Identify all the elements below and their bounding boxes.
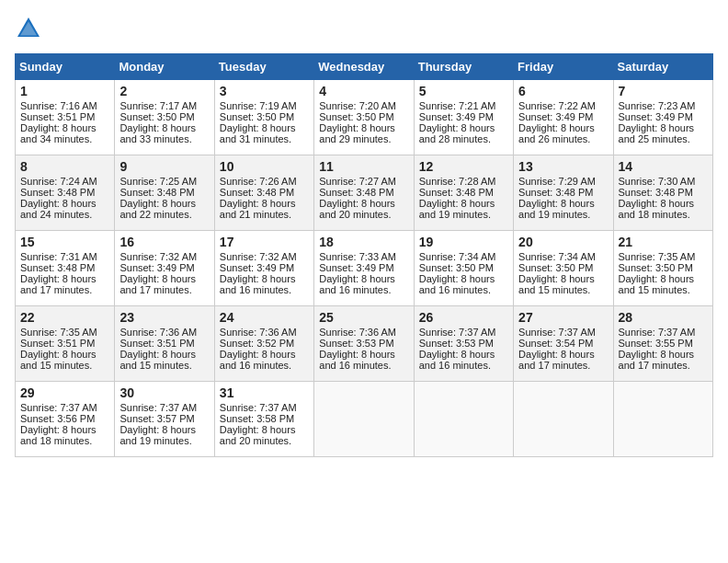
- calendar-cell: 5Sunrise: 7:21 AMSunset: 3:49 PMDaylight…: [414, 80, 513, 155]
- sunrise-text: Sunrise: 7:26 AM: [220, 176, 297, 187]
- calendar-cell: [314, 382, 414, 457]
- day-number: 22: [20, 310, 109, 325]
- sunrise-text: Sunrise: 7:20 AM: [319, 100, 396, 111]
- sunset-text: Sunset: 3:48 PM: [20, 187, 95, 198]
- sunset-text: Sunset: 3:48 PM: [319, 187, 393, 198]
- sunrise-text: Sunrise: 7:21 AM: [419, 100, 496, 111]
- daylight-text: Daylight: 8 hours and 16 minutes.: [220, 349, 296, 371]
- daylight-text: Daylight: 8 hours and 15 minutes.: [619, 273, 695, 295]
- sunrise-text: Sunrise: 7:37 AM: [419, 327, 496, 338]
- daylight-text: Daylight: 8 hours and 20 minutes.: [319, 198, 395, 220]
- daylight-text: Daylight: 8 hours and 16 minutes.: [319, 273, 395, 295]
- day-number: 2: [119, 84, 209, 98]
- day-number: 3: [220, 84, 309, 98]
- day-number: 18: [319, 235, 408, 249]
- calendar-week-row: 8Sunrise: 7:24 AMSunset: 3:48 PMDaylight…: [16, 155, 713, 231]
- sunrise-text: Sunrise: 7:32 AM: [220, 251, 297, 262]
- day-number: 11: [319, 159, 408, 174]
- calendar-cell: 9Sunrise: 7:25 AMSunset: 3:48 PMDaylight…: [115, 155, 214, 231]
- calendar-cell: 12Sunrise: 7:28 AMSunset: 3:48 PMDayligh…: [414, 155, 513, 231]
- sunset-text: Sunset: 3:54 PM: [518, 338, 593, 349]
- calendar-cell: 20Sunrise: 7:34 AMSunset: 3:50 PMDayligh…: [514, 231, 613, 306]
- calendar-cell: 29Sunrise: 7:37 AMSunset: 3:56 PMDayligh…: [16, 382, 115, 457]
- calendar-cell: 25Sunrise: 7:36 AMSunset: 3:53 PMDayligh…: [314, 306, 414, 382]
- calendar-cell: 27Sunrise: 7:37 AMSunset: 3:54 PMDayligh…: [514, 306, 613, 382]
- sunset-text: Sunset: 3:48 PM: [619, 187, 693, 198]
- daylight-text: Daylight: 8 hours and 33 minutes.: [119, 122, 196, 144]
- calendar-cell: 2Sunrise: 7:17 AMSunset: 3:50 PMDaylight…: [115, 80, 214, 155]
- day-number: 16: [119, 235, 209, 249]
- sunrise-text: Sunrise: 7:32 AM: [119, 251, 197, 262]
- sunset-text: Sunset: 3:51 PM: [119, 338, 194, 349]
- calendar-cell: 28Sunrise: 7:37 AMSunset: 3:55 PMDayligh…: [613, 306, 712, 382]
- calendar-cell: 15Sunrise: 7:31 AMSunset: 3:48 PMDayligh…: [16, 231, 115, 306]
- sunrise-text: Sunrise: 7:31 AM: [20, 251, 97, 262]
- day-number: 28: [619, 310, 708, 325]
- sunrise-text: Sunrise: 7:24 AM: [20, 176, 97, 187]
- sunrise-text: Sunrise: 7:35 AM: [20, 327, 97, 338]
- daylight-text: Daylight: 8 hours and 16 minutes.: [419, 349, 495, 371]
- daylight-text: Daylight: 8 hours and 25 minutes.: [619, 122, 695, 144]
- day-number: 7: [619, 84, 708, 98]
- sunrise-text: Sunrise: 7:37 AM: [220, 402, 297, 413]
- sunset-text: Sunset: 3:53 PM: [319, 338, 393, 349]
- sunrise-text: Sunrise: 7:19 AM: [220, 100, 297, 111]
- sunrise-text: Sunrise: 7:36 AM: [319, 327, 396, 338]
- day-number: 19: [419, 235, 508, 249]
- sunset-text: Sunset: 3:50 PM: [319, 111, 393, 122]
- calendar-cell: [514, 382, 613, 457]
- sunset-text: Sunset: 3:52 PM: [220, 338, 294, 349]
- column-header-wednesday: Wednesday: [314, 54, 414, 80]
- calendar-cell: 18Sunrise: 7:33 AMSunset: 3:49 PMDayligh…: [314, 231, 414, 306]
- daylight-text: Daylight: 8 hours and 31 minutes.: [220, 122, 296, 144]
- calendar-cell: 24Sunrise: 7:36 AMSunset: 3:52 PMDayligh…: [214, 306, 313, 382]
- day-number: 6: [518, 84, 608, 98]
- daylight-text: Daylight: 8 hours and 19 minutes.: [518, 198, 595, 220]
- calendar-cell: [414, 382, 513, 457]
- column-header-friday: Friday: [514, 54, 613, 80]
- calendar-cell: 10Sunrise: 7:26 AMSunset: 3:48 PMDayligh…: [214, 155, 313, 231]
- sunrise-text: Sunrise: 7:34 AM: [518, 251, 596, 262]
- day-number: 29: [20, 385, 109, 400]
- daylight-text: Daylight: 8 hours and 16 minutes.: [319, 349, 395, 371]
- day-number: 5: [419, 84, 508, 98]
- sunrise-text: Sunrise: 7:27 AM: [319, 176, 396, 187]
- column-header-tuesday: Tuesday: [214, 54, 313, 80]
- daylight-text: Daylight: 8 hours and 18 minutes.: [20, 424, 97, 446]
- sunset-text: Sunset: 3:50 PM: [518, 262, 593, 273]
- calendar-cell: 11Sunrise: 7:27 AMSunset: 3:48 PMDayligh…: [314, 155, 414, 231]
- day-number: 17: [220, 235, 309, 249]
- logo-icon: [15, 15, 42, 42]
- sunrise-text: Sunrise: 7:28 AM: [419, 176, 496, 187]
- sunset-text: Sunset: 3:48 PM: [518, 187, 593, 198]
- sunset-text: Sunset: 3:49 PM: [619, 111, 693, 122]
- page-header: [15, 15, 713, 42]
- sunset-text: Sunset: 3:49 PM: [220, 262, 294, 273]
- column-header-thursday: Thursday: [414, 54, 513, 80]
- calendar-cell: 22Sunrise: 7:35 AMSunset: 3:51 PMDayligh…: [16, 306, 115, 382]
- daylight-text: Daylight: 8 hours and 26 minutes.: [518, 122, 595, 144]
- sunrise-text: Sunrise: 7:34 AM: [419, 251, 496, 262]
- daylight-text: Daylight: 8 hours and 22 minutes.: [119, 198, 196, 220]
- calendar-cell: 14Sunrise: 7:30 AMSunset: 3:48 PMDayligh…: [613, 155, 712, 231]
- calendar-cell: 13Sunrise: 7:29 AMSunset: 3:48 PMDayligh…: [514, 155, 613, 231]
- daylight-text: Daylight: 8 hours and 34 minutes.: [20, 122, 97, 144]
- sunrise-text: Sunrise: 7:36 AM: [220, 327, 297, 338]
- calendar-week-row: 15Sunrise: 7:31 AMSunset: 3:48 PMDayligh…: [16, 231, 713, 306]
- daylight-text: Daylight: 8 hours and 24 minutes.: [20, 198, 97, 220]
- calendar-header-row: SundayMondayTuesdayWednesdayThursdayFrid…: [16, 54, 713, 80]
- daylight-text: Daylight: 8 hours and 16 minutes.: [220, 273, 296, 295]
- calendar-cell: [613, 382, 712, 457]
- sunset-text: Sunset: 3:50 PM: [419, 262, 494, 273]
- calendar-cell: 6Sunrise: 7:22 AMSunset: 3:49 PMDaylight…: [514, 80, 613, 155]
- day-number: 14: [619, 159, 708, 174]
- sunrise-text: Sunrise: 7:37 AM: [518, 327, 596, 338]
- daylight-text: Daylight: 8 hours and 19 minutes.: [119, 424, 196, 446]
- day-number: 1: [20, 84, 109, 98]
- calendar-cell: 3Sunrise: 7:19 AMSunset: 3:50 PMDaylight…: [214, 80, 313, 155]
- sunset-text: Sunset: 3:48 PM: [20, 262, 95, 273]
- day-number: 12: [419, 159, 508, 174]
- day-number: 26: [419, 310, 508, 325]
- calendar-week-row: 22Sunrise: 7:35 AMSunset: 3:51 PMDayligh…: [16, 306, 713, 382]
- sunset-text: Sunset: 3:49 PM: [518, 111, 593, 122]
